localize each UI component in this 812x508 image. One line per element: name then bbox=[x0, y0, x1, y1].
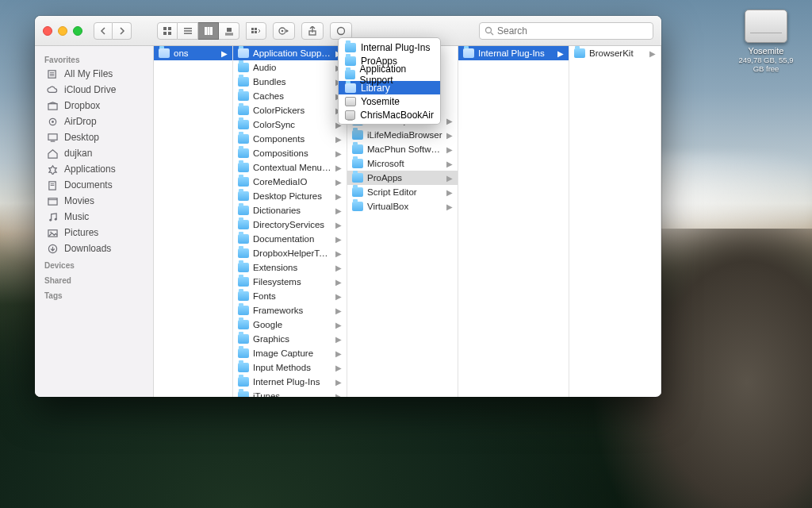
action-button[interactable] bbox=[273, 22, 295, 40]
folder-icon bbox=[352, 130, 363, 140]
folder-row[interactable]: MacPhun Software▶ bbox=[347, 142, 458, 156]
sidebar-item-label: Documents bbox=[64, 179, 113, 190]
search-input[interactable] bbox=[497, 25, 648, 37]
folder-icon bbox=[238, 220, 249, 229]
column-3[interactable]: Internal Plug-Ins▶ bbox=[458, 46, 569, 397]
path-menu-item[interactable]: Yosemite bbox=[339, 94, 440, 108]
minimize-button[interactable] bbox=[58, 26, 67, 36]
zoom-button[interactable] bbox=[73, 26, 82, 36]
share-button[interactable] bbox=[301, 22, 324, 40]
svg-rect-13 bbox=[251, 28, 254, 30]
folder-row[interactable]: ColorPickers▶ bbox=[233, 103, 347, 117]
folder-row[interactable]: VirtualBox▶ bbox=[347, 199, 458, 214]
column-0[interactable]: ons▶ bbox=[154, 46, 233, 397]
folder-row[interactable]: iLifeMediaBrowser▶ bbox=[347, 128, 458, 142]
view-coverflow-button[interactable] bbox=[219, 22, 239, 40]
home-icon bbox=[46, 148, 59, 159]
folder-row[interactable]: CoreMediaIO▶ bbox=[233, 175, 347, 189]
folder-row[interactable]: Documentation▶ bbox=[233, 232, 347, 246]
path-menu-item[interactable]: Internal Plug-Ins bbox=[339, 40, 440, 54]
folder-row[interactable]: Bundles▶ bbox=[233, 75, 347, 89]
path-popup-menu[interactable]: Internal Plug-InsProAppsApplication Supp… bbox=[338, 37, 441, 125]
folder-row[interactable]: Graphics▶ bbox=[233, 332, 347, 346]
folder-row[interactable]: Input Methods▶ bbox=[233, 360, 347, 375]
folder-row[interactable]: Fonts▶ bbox=[233, 289, 347, 303]
back-button[interactable] bbox=[94, 22, 113, 40]
folder-icon bbox=[238, 377, 249, 387]
folder-row[interactable]: Google▶ bbox=[233, 318, 347, 332]
arrange-button[interactable] bbox=[246, 22, 266, 40]
folder-row[interactable]: Desktop Pictures▶ bbox=[233, 189, 347, 203]
desktop-drive[interactable]: Yosemite 249,78 GB, 55,9 GB free bbox=[734, 10, 798, 73]
sidebar-item-dujkan[interactable]: dujkan bbox=[35, 145, 153, 161]
folder-label: DropboxHelperTools bbox=[253, 248, 331, 258]
folder-label: DirectoryServices bbox=[253, 220, 331, 229]
path-menu-item[interactable]: ChrisMacBookAir bbox=[339, 108, 440, 121]
folder-row[interactable]: Microsoft▶ bbox=[347, 156, 458, 171]
folder-row[interactable]: Image Capture▶ bbox=[233, 346, 347, 360]
folder-row[interactable]: Internal Plug-Ins▶ bbox=[458, 46, 569, 60]
view-icons-button[interactable] bbox=[157, 22, 178, 40]
folder-row[interactable]: Audio▶ bbox=[233, 60, 347, 75]
folder-row[interactable]: iTunes▶ bbox=[233, 389, 347, 397]
folder-icon bbox=[345, 70, 355, 79]
sidebar-item-applications[interactable]: Applications bbox=[35, 161, 153, 177]
folder-label: Google bbox=[253, 320, 331, 329]
sidebar-item-movies[interactable]: Movies bbox=[35, 193, 153, 209]
sidebar-item-icloud-drive[interactable]: iCloud Drive bbox=[35, 82, 153, 98]
forward-button[interactable] bbox=[113, 22, 132, 40]
column-4[interactable]: BrowserKit▶ bbox=[569, 46, 661, 397]
column-1[interactable]: Application Support▶Audio▶Bundles▶Caches… bbox=[233, 46, 347, 397]
folder-row[interactable]: Dictionaries▶ bbox=[233, 203, 347, 217]
folder-row[interactable]: Frameworks▶ bbox=[233, 303, 347, 318]
folder-row[interactable]: Compositions▶ bbox=[233, 146, 347, 160]
sidebar-item-pictures[interactable]: Pictures bbox=[35, 225, 153, 241]
folder-label: Internal Plug-Ins bbox=[478, 48, 553, 58]
folder-icon bbox=[238, 163, 249, 172]
folder-icon bbox=[345, 43, 356, 52]
sidebar-item-music[interactable]: Music bbox=[35, 209, 153, 225]
chevron-right-icon: ▶ bbox=[335, 335, 343, 344]
folder-row[interactable]: DropboxHelperTools▶ bbox=[233, 246, 347, 260]
folder-icon bbox=[238, 291, 249, 301]
svg-point-38 bbox=[54, 217, 56, 220]
folder-label: Components bbox=[253, 134, 331, 144]
chevron-right-icon: ▶ bbox=[446, 160, 454, 168]
sidebar-item-desktop[interactable]: Desktop bbox=[35, 129, 153, 145]
drive-name: Yosemite bbox=[734, 46, 798, 56]
folder-label: Compositions bbox=[253, 148, 331, 158]
folder-row[interactable]: Components▶ bbox=[233, 132, 347, 146]
sidebar-item-downloads[interactable]: Downloads bbox=[35, 241, 153, 256]
folder-icon bbox=[345, 83, 356, 93]
search-field[interactable] bbox=[479, 22, 653, 40]
chevron-right-icon: ▶ bbox=[335, 249, 343, 258]
folder-label: Bundles bbox=[253, 77, 331, 87]
hard-disk-icon bbox=[345, 97, 356, 106]
folder-row[interactable]: Caches▶ bbox=[233, 89, 347, 103]
close-button[interactable] bbox=[43, 26, 52, 36]
svg-rect-0 bbox=[163, 27, 167, 30]
folder-row[interactable]: Script Editor▶ bbox=[347, 185, 458, 199]
folder-icon bbox=[238, 334, 249, 344]
path-menu-item[interactable]: Application Support bbox=[339, 67, 440, 81]
sidebar-item-dropbox[interactable]: Dropbox bbox=[35, 98, 153, 114]
svg-rect-2 bbox=[163, 32, 167, 35]
folder-row[interactable]: Contextual Menu Items▶ bbox=[233, 160, 347, 175]
folder-icon bbox=[352, 173, 363, 183]
desktop-icon bbox=[46, 132, 59, 143]
sidebar-item-airdrop[interactable]: AirDrop bbox=[35, 114, 153, 129]
folder-row[interactable]: ProApps▶ bbox=[347, 171, 458, 185]
folder-row[interactable]: Application Support▶ bbox=[233, 46, 347, 60]
folder-label: Script Editor bbox=[367, 187, 442, 197]
folder-row[interactable]: ColorSync▶ bbox=[233, 117, 347, 132]
folder-row[interactable]: BrowserKit▶ bbox=[569, 46, 661, 60]
folder-row[interactable]: Extensions▶ bbox=[233, 260, 347, 275]
view-list-button[interactable] bbox=[178, 22, 198, 40]
sidebar-item-documents[interactable]: Documents bbox=[35, 177, 153, 193]
folder-row[interactable]: ons▶ bbox=[154, 46, 232, 60]
view-columns-button[interactable] bbox=[198, 22, 219, 40]
folder-row[interactable]: Internet Plug-Ins▶ bbox=[233, 375, 347, 389]
folder-row[interactable]: Filesystems▶ bbox=[233, 275, 347, 289]
folder-row[interactable]: DirectoryServices▶ bbox=[233, 217, 347, 232]
sidebar-item-all-my-files[interactable]: All My Files bbox=[35, 66, 153, 82]
